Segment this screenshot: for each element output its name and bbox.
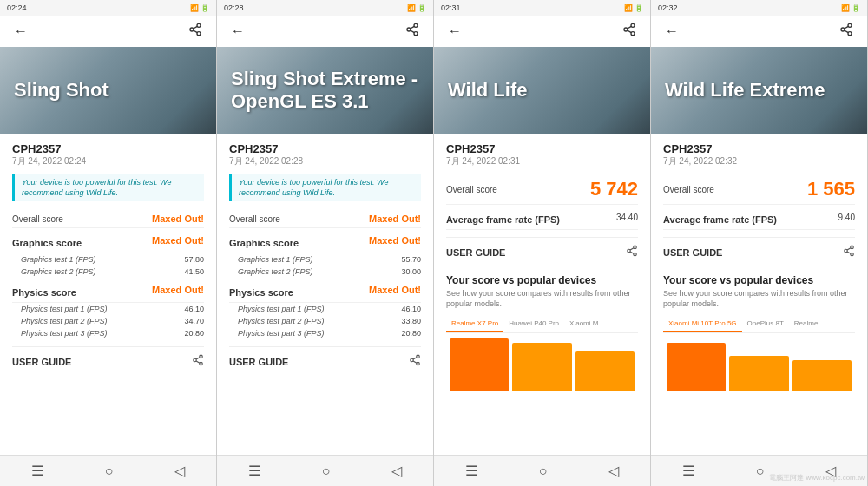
- back-icon[interactable]: ◁: [608, 463, 619, 479]
- svg-line-23: [628, 30, 632, 33]
- status-icons: 📶 🔋: [190, 4, 209, 12]
- menu-icon[interactable]: ☰: [248, 463, 260, 479]
- user-guide-label[interactable]: USER GUIDE: [446, 247, 505, 258]
- sub-label: Physics test part 3 (FPS): [238, 329, 325, 338]
- svg-line-4: [194, 26, 198, 29]
- bottom-nav: ☰○◁: [434, 455, 650, 486]
- status-bar: 02:31 📶 🔋: [434, 0, 650, 16]
- battery-icon: 🔋: [635, 4, 643, 12]
- vs-section: Your score vs popular devicesSee how you…: [446, 274, 638, 391]
- vs-title: Your score vs popular devices: [446, 274, 638, 286]
- svg-point-11: [407, 28, 411, 31]
- sub-label: Graphics test 1 (FPS): [238, 255, 313, 264]
- device-name: CPH2357: [446, 142, 638, 155]
- sub-value: 20.80: [401, 329, 421, 338]
- section-header-0: Graphics scoreMaxed Out!: [229, 228, 421, 253]
- sub-label: Physics test part 2 (FPS): [21, 317, 108, 325]
- svg-point-27: [634, 253, 637, 256]
- svg-point-31: [841, 28, 845, 31]
- menu-icon[interactable]: ☰: [31, 463, 43, 479]
- overall-score-row: Overall score1 565: [663, 174, 855, 205]
- device-tab-2[interactable]: Xiaomi M: [564, 316, 603, 332]
- back-icon[interactable]: ←: [665, 23, 679, 39]
- bar-1: [512, 343, 571, 391]
- date-text: 7月 24, 2022 02:31: [446, 155, 638, 167]
- sub-score-row: Physics test part 3 (FPS)20.80: [12, 327, 204, 339]
- bar-0: [667, 343, 726, 391]
- share-icon[interactable]: [405, 23, 419, 40]
- overall-value: Maxed Out!: [152, 213, 204, 224]
- device-tab-1[interactable]: OnePlus 8T: [742, 316, 789, 332]
- battery-icon: 🔋: [852, 4, 860, 12]
- svg-line-8: [196, 361, 200, 363]
- sub-score-row: Physics test part 2 (FPS)33.80: [229, 315, 421, 327]
- share-icon[interactable]: [839, 23, 853, 40]
- section-label: Graphics score: [229, 236, 299, 250]
- menu-icon[interactable]: ☰: [465, 463, 477, 479]
- user-guide-label[interactable]: USER GUIDE: [229, 357, 288, 367]
- home-icon[interactable]: ○: [322, 463, 331, 479]
- sub-value: 46.10: [401, 305, 421, 313]
- bar-item-0: [450, 338, 509, 391]
- user-guide-share-icon[interactable]: [843, 245, 855, 260]
- sub-score-row: Graphics test 1 (FPS)57.80: [12, 253, 204, 266]
- sub-value: 57.80: [184, 255, 204, 264]
- back-icon[interactable]: ←: [231, 23, 245, 39]
- share-icon[interactable]: [622, 23, 636, 40]
- bar-1: [729, 356, 788, 391]
- home-icon[interactable]: ○: [105, 463, 114, 479]
- overall-score-row: Overall scoreMaxed Out!: [12, 210, 204, 228]
- svg-point-5: [200, 356, 203, 359]
- section-value: Maxed Out!: [369, 235, 421, 246]
- sub-score-row: Graphics test 1 (FPS)55.70: [229, 253, 421, 266]
- sub-score-row: Graphics test 2 (FPS)30.00: [229, 266, 421, 278]
- bar-item-1: [512, 343, 571, 391]
- bar-item-2: [792, 360, 852, 391]
- content-area: CPH23577月 24, 2022 02:32Overall score1 5…: [651, 134, 867, 455]
- user-guide-row: USER GUIDE: [663, 237, 855, 267]
- svg-line-9: [196, 358, 200, 359]
- user-guide-label[interactable]: USER GUIDE: [12, 357, 71, 367]
- battery-icon: 🔋: [418, 4, 426, 12]
- device-name: CPH2357: [663, 142, 855, 155]
- user-guide-row: USER GUIDE: [446, 237, 638, 267]
- share-icon[interactable]: [188, 23, 202, 40]
- back-icon[interactable]: ◁: [391, 463, 402, 479]
- phone-panel-sling-shot-extreme: 02:28 📶 🔋 ← Sling Shot Extreme - OpenGL …: [217, 0, 434, 486]
- phone-panel-wild-life-extreme: 02:32 📶 🔋 ← Wild Life ExtremeCPH23577月 2…: [651, 0, 868, 486]
- svg-line-33: [845, 30, 849, 33]
- svg-line-34: [845, 26, 849, 29]
- section-value: Maxed Out!: [152, 235, 204, 246]
- svg-line-38: [847, 252, 851, 253]
- bottom-nav: ☰○◁: [217, 455, 433, 486]
- back-icon[interactable]: ◁: [174, 463, 185, 479]
- svg-point-1: [190, 28, 194, 31]
- wifi-icon: 📶: [624, 4, 633, 12]
- device-tab-1[interactable]: Huawei P40 Pro: [503, 316, 564, 332]
- menu-icon[interactable]: ☰: [682, 463, 694, 479]
- device-tab-2[interactable]: Realme: [789, 316, 824, 332]
- home-icon[interactable]: ○: [756, 463, 765, 479]
- home-icon[interactable]: ○: [539, 463, 548, 479]
- user-guide-share-icon[interactable]: [192, 354, 204, 370]
- bar-2: [792, 360, 852, 391]
- back-icon[interactable]: ←: [448, 23, 462, 39]
- user-guide-share-icon[interactable]: [409, 354, 421, 370]
- nav-bar: ←: [217, 16, 433, 47]
- device-tab-0[interactable]: Realme X7 Pro: [446, 316, 503, 332]
- section-header-0: Average frame rate (FPS)34.40: [446, 205, 638, 230]
- status-icons: 📶 🔋: [624, 4, 643, 12]
- bar-chart: [663, 338, 855, 391]
- section-header-1: Physics scoreMaxed Out!: [12, 278, 204, 303]
- content-area: CPH23577月 24, 2022 02:31Overall score5 7…: [434, 134, 650, 455]
- back-icon[interactable]: ←: [14, 23, 28, 39]
- nav-bar: ←: [651, 16, 867, 47]
- phone-panel-wild-life: 02:31 📶 🔋 ← Wild LifeCPH23577月 24, 2022 …: [434, 0, 651, 486]
- user-guide-share-icon[interactable]: [626, 245, 638, 260]
- overall-score-row: Overall scoreMaxed Out!: [229, 210, 421, 228]
- bottom-nav: ☰○◁: [0, 455, 216, 486]
- user-guide-label[interactable]: USER GUIDE: [663, 247, 722, 258]
- date-text: 7月 24, 2022 02:28: [229, 155, 421, 167]
- svg-line-13: [411, 30, 415, 33]
- device-tab-0[interactable]: Xiaomi Mi 10T Pro 5G: [663, 316, 742, 332]
